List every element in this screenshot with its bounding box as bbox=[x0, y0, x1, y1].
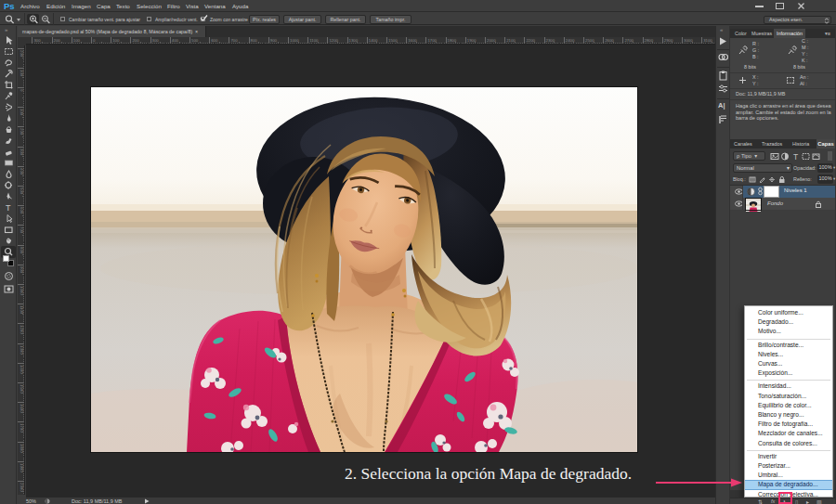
svg-text:T: T bbox=[793, 152, 798, 161]
svg-text:T: T bbox=[6, 203, 11, 213]
